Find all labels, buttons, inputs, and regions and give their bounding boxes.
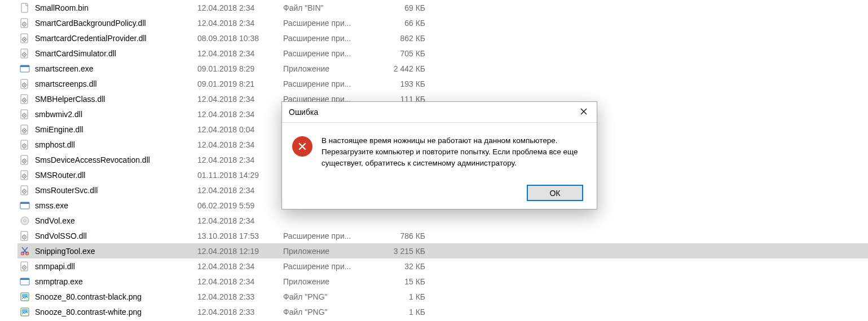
error-icon bbox=[292, 136, 312, 157]
file-icon bbox=[19, 63, 30, 74]
file-date: 12.04.2018 2:34 bbox=[197, 216, 283, 225]
file-icon bbox=[19, 17, 30, 29]
svg-rect-11 bbox=[20, 65, 29, 67]
file-icon bbox=[19, 2, 30, 14]
file-name: SnippingTool.exe bbox=[35, 247, 197, 256]
file-row[interactable]: Snooze_80.contrast-white.png12.04.2018 2… bbox=[17, 304, 868, 319]
file-icon bbox=[19, 109, 30, 120]
file-row[interactable]: SmallRoom.bin12.04.2018 2:34Файл "BIN"69… bbox=[17, 0, 868, 15]
file-type: Расширение при... bbox=[283, 49, 371, 58]
file-icon bbox=[19, 170, 30, 181]
file-size: 786 КБ bbox=[371, 231, 431, 240]
svg-point-39 bbox=[24, 220, 26, 222]
file-icon bbox=[19, 33, 30, 44]
file-name: SmsDeviceAccessRevocation.dll bbox=[35, 155, 197, 164]
file-type: Расширение при... bbox=[283, 79, 371, 88]
svg-point-32 bbox=[24, 176, 25, 177]
file-size: 69 КБ bbox=[371, 3, 431, 12]
file-date: 12.04.2018 2:34 bbox=[197, 95, 283, 104]
file-row[interactable]: SmartCardSimulator.dll12.04.2018 2:34Рас… bbox=[17, 46, 868, 61]
file-type: Файл "PNG" bbox=[283, 292, 371, 301]
file-icon bbox=[19, 78, 30, 90]
ok-button[interactable]: ОК bbox=[527, 185, 583, 201]
svg-rect-0 bbox=[21, 3, 28, 12]
file-size: 15 КБ bbox=[371, 277, 431, 286]
file-icon bbox=[19, 185, 30, 196]
file-icon bbox=[19, 291, 30, 302]
file-row[interactable]: Snooze_80.contrast-black.png12.04.2018 2… bbox=[17, 289, 868, 304]
file-icon bbox=[19, 48, 30, 59]
file-size: 1 КБ bbox=[371, 292, 431, 301]
file-type: Расширение при... bbox=[283, 231, 371, 240]
close-button[interactable] bbox=[571, 102, 597, 122]
svg-point-35 bbox=[24, 191, 25, 192]
file-name: smphost.dll bbox=[35, 140, 197, 149]
file-size: 705 КБ bbox=[371, 49, 431, 58]
svg-point-42 bbox=[24, 237, 25, 238]
file-name: SndVolSSO.dll bbox=[35, 231, 197, 240]
file-date: 12.04.2018 2:34 bbox=[197, 155, 283, 164]
dialog-footer: ОК bbox=[292, 185, 588, 201]
file-row[interactable]: SndVol.exe12.04.2018 2:34 bbox=[17, 213, 868, 228]
file-row[interactable]: smartscreenps.dll09.01.2019 8:21Расширен… bbox=[17, 76, 868, 91]
file-name: Snooze_80.contrast-black.png bbox=[35, 292, 197, 301]
file-icon bbox=[19, 200, 30, 211]
file-size: 1 КБ bbox=[371, 307, 431, 316]
file-name: SMBHelperClass.dll bbox=[35, 95, 197, 104]
file-date: 13.10.2018 17:53 bbox=[197, 231, 283, 240]
file-type: Расширение при... bbox=[283, 19, 371, 28]
file-row[interactable]: SnippingTool.exe12.04.2018 12:19Приложен… bbox=[17, 243, 868, 258]
file-date: 01.11.2018 14:29 bbox=[197, 171, 283, 180]
file-row[interactable]: snmptrap.exe12.04.2018 2:34Приложение15 … bbox=[17, 274, 868, 289]
file-row[interactable]: snmpapi.dll12.04.2018 2:34Расширение при… bbox=[17, 258, 868, 274]
file-date: 12.04.2018 2:34 bbox=[197, 3, 283, 12]
file-size: 193 КБ bbox=[371, 79, 431, 88]
file-name: smbwmiv2.dll bbox=[35, 110, 197, 119]
file-type: Приложение bbox=[283, 247, 371, 256]
dialog-titlebar[interactable]: Ошибка bbox=[282, 102, 597, 123]
file-date: 12.04.2018 2:34 bbox=[197, 186, 283, 195]
file-date: 12.04.2018 2:34 bbox=[197, 262, 283, 271]
file-icon bbox=[19, 261, 30, 272]
file-name: SmartCardSimulator.dll bbox=[35, 49, 197, 58]
svg-point-17 bbox=[24, 100, 25, 101]
file-name: SmiEngine.dll bbox=[35, 125, 197, 134]
file-date: 09.01.2019 8:29 bbox=[197, 64, 283, 73]
file-name: snmpapi.dll bbox=[35, 262, 197, 271]
file-name: SMSRouter.dll bbox=[35, 171, 197, 180]
file-date: 12.04.2018 2:33 bbox=[197, 292, 283, 301]
file-date: 12.04.2018 2:34 bbox=[197, 277, 283, 286]
svg-point-23 bbox=[24, 130, 25, 131]
file-type: Приложение bbox=[283, 64, 371, 73]
file-date: 09.01.2019 8:21 bbox=[197, 79, 283, 88]
svg-rect-37 bbox=[20, 202, 29, 204]
file-type: Файл "PNG" bbox=[283, 307, 371, 316]
file-name: SmartCardBackgroundPolicy.dll bbox=[35, 19, 197, 28]
file-type: Расширение при... bbox=[283, 262, 371, 271]
dialog-body: В настоящее время ножницы не работают на… bbox=[282, 123, 597, 209]
file-size: 862 КБ bbox=[371, 34, 431, 43]
file-name: smartscreen.exe bbox=[35, 64, 197, 73]
file-icon bbox=[19, 215, 30, 226]
file-row[interactable]: SndVolSSO.dll13.10.2018 17:53Расширение … bbox=[17, 228, 868, 243]
svg-point-20 bbox=[24, 115, 25, 116]
dialog-message: В настоящее время ножницы не работают на… bbox=[321, 135, 588, 169]
file-type: Приложение bbox=[283, 277, 371, 286]
svg-point-47 bbox=[24, 267, 25, 268]
file-name: snmptrap.exe bbox=[35, 277, 197, 286]
svg-rect-49 bbox=[20, 278, 29, 280]
file-row[interactable]: SmartcardCredentialProvider.dll08.09.201… bbox=[17, 30, 868, 46]
file-date: 12.04.2018 0:04 bbox=[197, 125, 283, 134]
file-type: Файл "BIN" bbox=[283, 3, 371, 12]
file-row[interactable]: SmartCardBackgroundPolicy.dll12.04.2018 … bbox=[17, 15, 868, 30]
file-icon bbox=[19, 276, 30, 287]
file-name: SmsRouterSvc.dll bbox=[35, 186, 197, 195]
file-date: 12.04.2018 2:33 bbox=[197, 307, 283, 316]
error-dialog: Ошибка В настоящее время ножницы не рабо… bbox=[281, 101, 597, 209]
file-name: SmallRoom.bin bbox=[35, 3, 197, 12]
file-date: 06.02.2019 5:59 bbox=[197, 201, 283, 210]
svg-point-29 bbox=[24, 160, 25, 162]
file-name: smss.exe bbox=[35, 201, 197, 210]
file-row[interactable]: smartscreen.exe09.01.2019 8:29Приложение… bbox=[17, 61, 868, 76]
file-icon bbox=[19, 246, 30, 257]
